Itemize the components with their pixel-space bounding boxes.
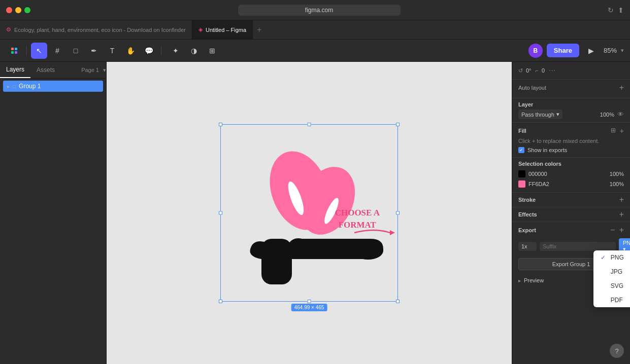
export-controls: − + xyxy=(610,226,624,234)
auto-layout-label: Auto layout xyxy=(518,85,546,91)
svg-marker-11 xyxy=(390,230,395,235)
fill-title: Fill xyxy=(518,128,526,134)
layer-label-row: Layer xyxy=(518,101,624,107)
zoom-chevron[interactable]: ▾ xyxy=(621,47,624,54)
play-button[interactable]: ▶ xyxy=(583,43,600,59)
layer-controls-row: Pass through ▾ 100% 👁 xyxy=(518,110,624,119)
select-tool[interactable]: ↖ xyxy=(31,43,47,59)
effects-section: Effects + xyxy=(512,207,630,222)
black-color-name: 000000 xyxy=(528,171,547,177)
shape-tool[interactable]: □ xyxy=(68,43,84,59)
auto-layout-add-button[interactable]: + xyxy=(619,84,624,92)
coord-row: ↺ 0° ⌐ 0 ··· xyxy=(512,62,630,80)
mask-tool[interactable]: ◑ xyxy=(186,43,202,59)
stroke-add-button[interactable]: + xyxy=(619,196,624,204)
maximize-button[interactable] xyxy=(24,7,30,13)
color-item-black: 000000 100% xyxy=(518,169,624,179)
mask-icon: ◑ xyxy=(191,47,197,55)
figma-menu-button[interactable] xyxy=(6,43,22,59)
assets-tab[interactable]: Assets xyxy=(30,62,61,78)
comment-tool[interactable]: 💬 xyxy=(141,43,157,59)
arrange-icon: ⊞ xyxy=(209,47,215,55)
format-option-png[interactable]: ✓ PNG xyxy=(593,250,630,265)
rotation-field: ↺ 0° xyxy=(518,67,532,74)
fill-add-button[interactable]: + xyxy=(620,127,624,135)
show-in-exports-checkbox[interactable]: ✓ xyxy=(518,147,524,153)
handle-lm[interactable] xyxy=(219,211,222,215)
format-option-pdf[interactable]: PDF xyxy=(593,293,630,307)
export-minus-button[interactable]: − xyxy=(610,226,615,234)
handle-bm[interactable] xyxy=(308,300,311,303)
rotation-value[interactable]: 0° xyxy=(526,67,532,74)
new-tab-button[interactable]: + xyxy=(257,25,261,34)
color-swatch-black: 000000 xyxy=(518,170,547,177)
artwork-svg xyxy=(221,125,399,302)
share-icon[interactable]: ⬆ xyxy=(618,6,624,14)
handle-tm[interactable] xyxy=(308,123,311,126)
toolbar-right: B Share ▶ 85% ▾ xyxy=(528,43,624,59)
text-icon: T xyxy=(110,47,115,55)
fill-icons: ⊞ + xyxy=(611,127,624,135)
text-tool[interactable]: T xyxy=(104,43,120,59)
hand-tool[interactable]: ✋ xyxy=(122,43,139,59)
tab-figma-label: Untitled – Figma xyxy=(206,27,246,33)
handle-tr[interactable] xyxy=(396,123,400,126)
left-panel: Layers Assets Page 1 ▾ ▸ □ Group 1 xyxy=(0,62,107,364)
corner-radius-field: ⌐ 0 xyxy=(536,67,545,74)
svg-rect-1 xyxy=(15,48,17,50)
tabbar: ⚙ Ecology, plant, hand, environment, eco… xyxy=(0,20,630,40)
tab-iconfinder[interactable]: ⚙ Ecology, plant, hand, environment, eco… xyxy=(0,20,192,39)
visibility-icon[interactable]: 👁 xyxy=(617,111,624,118)
component-icon[interactable]: ✦ xyxy=(168,43,184,59)
pink-swatch[interactable] xyxy=(518,180,525,188)
opacity-value[interactable]: 100% xyxy=(600,112,614,118)
black-swatch[interactable] xyxy=(518,170,525,177)
blend-mode-selector[interactable]: Pass through ▾ xyxy=(518,110,562,119)
layer-group-1[interactable]: ▸ □ Group 1 xyxy=(3,81,103,92)
handle-bl[interactable] xyxy=(219,300,222,303)
page-selector[interactable]: Page 1 xyxy=(77,67,103,73)
zoom-level[interactable]: 85% xyxy=(604,47,617,54)
annotation-arrow xyxy=(354,225,395,240)
play-icon: ▶ xyxy=(588,47,594,55)
scale-input[interactable] xyxy=(518,242,537,251)
titlebar-right: ↻ ⬆ xyxy=(608,6,624,14)
export-header: Export − + xyxy=(518,226,624,234)
toolbar-separator-1 xyxy=(26,46,27,56)
artwork-container: 464.99 × 465 xyxy=(220,124,398,302)
format-option-svg[interactable]: SVG xyxy=(593,279,630,293)
effects-add-button[interactable]: + xyxy=(619,210,624,219)
handle-br[interactable] xyxy=(396,300,400,303)
reload-icon[interactable]: ↻ xyxy=(608,6,614,14)
url-bar[interactable]: figma.com xyxy=(238,5,401,16)
frame-tool[interactable]: # xyxy=(49,43,65,59)
format-option-jpg[interactable]: JPG xyxy=(593,265,630,279)
hand-icon: ✋ xyxy=(126,47,135,55)
share-button[interactable]: Share xyxy=(547,44,579,57)
more-options-button[interactable]: ··· xyxy=(549,66,555,75)
close-button[interactable] xyxy=(6,7,12,13)
pen-tool[interactable]: ✒ xyxy=(86,43,102,59)
show-in-exports-label: Show in exports xyxy=(527,147,567,153)
arrange-tool[interactable]: ⊞ xyxy=(204,43,220,59)
tab-figma[interactable]: ◈ Untitled – Figma xyxy=(192,20,253,39)
color-swatch-pink: FF6DA2 xyxy=(518,180,549,188)
pen-icon: ✒ xyxy=(91,47,97,55)
layers-tab[interactable]: Layers xyxy=(0,62,30,78)
svg-point-10 xyxy=(353,241,383,260)
effects-title: Effects xyxy=(518,211,537,217)
right-panel: ↺ 0° ⌐ 0 ··· Auto layout + Layer Pass t xyxy=(512,62,630,364)
user-avatar[interactable]: B xyxy=(528,44,543,58)
suffix-input[interactable] xyxy=(540,242,616,251)
export-add-button[interactable]: + xyxy=(619,226,624,234)
canvas[interactable]: 464.99 × 465 CHOOSE AFORMAT xyxy=(107,62,512,364)
export-format-row: PNG ▾ ✓ PNG JPG xyxy=(518,238,624,254)
fill-grid-icon[interactable]: ⊞ xyxy=(611,127,616,135)
auto-layout-section: Auto layout + xyxy=(512,80,630,98)
help-button[interactable]: ? xyxy=(610,344,624,358)
handle-tl[interactable] xyxy=(219,123,222,126)
handle-rm[interactable] xyxy=(396,211,400,215)
minimize-button[interactable] xyxy=(15,7,21,13)
corner-value[interactable]: 0 xyxy=(542,67,545,74)
layer-name: Group 1 xyxy=(19,83,41,90)
